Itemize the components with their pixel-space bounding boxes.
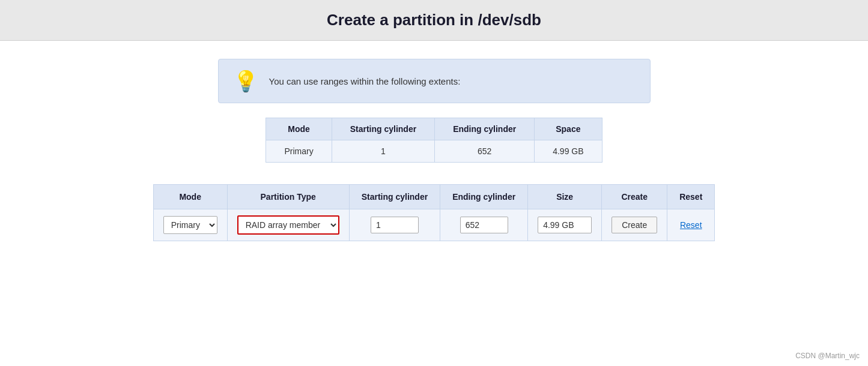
form-col-reset: Reset xyxy=(667,185,715,209)
page-header: Create a partition in /dev/sdb xyxy=(0,0,868,41)
reset-button[interactable]: Reset xyxy=(680,220,702,230)
bulb-icon: 💡 xyxy=(233,69,258,93)
info-col-mode: Mode xyxy=(266,118,332,140)
ending-cylinder-cell xyxy=(440,209,528,241)
partition-type-select[interactable]: RAID array member Linux Linux swap Exten… xyxy=(237,215,339,235)
partition-type-cell: RAID array member Linux Linux swap Exten… xyxy=(227,209,349,241)
page-title: Create a partition in /dev/sdb xyxy=(0,11,868,29)
create-button[interactable]: Create xyxy=(612,217,657,233)
form-table-wrap: Mode Partition Type Starting cylinder En… xyxy=(36,184,832,241)
ending-cylinder-input[interactable] xyxy=(460,217,508,233)
form-col-mode: Mode xyxy=(153,185,227,209)
form-col-partition-type: Partition Type xyxy=(227,185,349,209)
info-col-space: Space xyxy=(535,118,602,140)
starting-cylinder-input[interactable] xyxy=(371,217,419,233)
starting-cylinder-cell xyxy=(349,209,440,241)
main-content: 💡 You can use ranges within the followin… xyxy=(0,41,868,271)
size-cell xyxy=(528,209,602,241)
size-input[interactable] xyxy=(538,217,592,233)
info-row-space: 4.99 GB xyxy=(535,140,602,163)
info-row-mode: Primary xyxy=(266,140,332,163)
form-table: Mode Partition Type Starting cylinder En… xyxy=(153,184,715,241)
form-col-starting: Starting cylinder xyxy=(349,185,440,209)
form-table-row: Primary Logical Extended RAID array memb… xyxy=(153,209,715,241)
form-col-size: Size xyxy=(528,185,602,209)
form-col-create: Create xyxy=(602,185,667,209)
info-table-wrap: Mode Starting cylinder Ending cylinder S… xyxy=(36,118,832,163)
watermark: CSDN @Martin_wjc xyxy=(795,352,860,360)
mode-select[interactable]: Primary Logical Extended xyxy=(163,216,217,234)
mode-cell: Primary Logical Extended xyxy=(153,209,227,241)
info-col-ending: Ending cylinder xyxy=(435,118,535,140)
info-col-starting: Starting cylinder xyxy=(332,118,434,140)
create-cell: Create xyxy=(602,209,667,241)
reset-cell: Reset xyxy=(667,209,715,241)
info-table-row: Primary 1 652 4.99 GB xyxy=(266,140,602,163)
form-col-ending: Ending cylinder xyxy=(440,185,528,209)
info-box-text: You can use ranges within the following … xyxy=(269,76,461,86)
info-row-ending: 652 xyxy=(435,140,535,163)
info-box: 💡 You can use ranges within the followin… xyxy=(218,59,651,103)
info-table: Mode Starting cylinder Ending cylinder S… xyxy=(266,118,602,163)
info-row-starting: 1 xyxy=(332,140,434,163)
